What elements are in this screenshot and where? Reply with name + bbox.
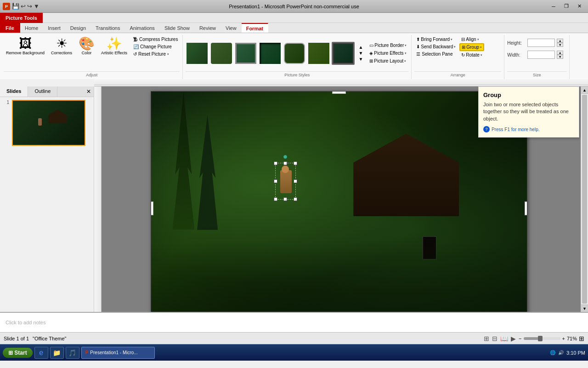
normal-view-btn[interactable]: ⊞ [484,335,489,342]
picture-styles-content: ▲ ▼ ▼ ▭ Picture Border ▾ ◈ Picture Effec… [186,36,408,70]
save-icon[interactable]: 💾 [12,3,19,10]
style-thumb-7[interactable] [332,42,355,65]
picture-effects-label: Picture Effects [374,51,403,56]
height-down[interactable]: ▼ [557,43,563,47]
slide-preview-1[interactable] [12,100,85,146]
handle-bot-right[interactable] [294,197,297,201]
canvas-handle-right[interactable] [525,201,527,215]
bring-forward-button[interactable]: ⬆ Bring Forward ▾ [414,36,458,43]
selection-box[interactable] [275,163,296,200]
tab-review[interactable]: Review [195,23,221,33]
app-icon: P [3,3,10,10]
handle-top-right[interactable] [294,161,297,165]
tab-outline[interactable]: Outline [28,86,57,97]
height-up[interactable]: ▲ [557,39,563,43]
zoom-out-btn[interactable]: − [519,336,521,341]
canvas-handle-left[interactable] [151,201,153,215]
theme-status: "Office Theme" [33,336,66,341]
color-button[interactable]: 🎨 Color [76,36,97,57]
notes-area[interactable]: Click to add notes [0,312,588,332]
handle-bot-mid[interactable] [283,197,287,201]
handle-mid-left[interactable] [274,179,277,183]
width-down[interactable]: ▼ [557,55,563,59]
handle-top-mid[interactable] [283,161,287,165]
help-icon: ? [483,126,490,132]
handle-bot-left[interactable] [274,197,277,201]
style-thumb-6[interactable] [307,42,330,65]
artistic-effects-button[interactable]: ✨ Artistic Effects [99,36,130,57]
picture-effects-button[interactable]: ◈ Picture Effects ▾ [368,50,408,57]
scroll-up-btn[interactable]: ▲ [581,86,588,94]
reading-view-btn[interactable]: 📖 [500,335,508,342]
change-picture-button[interactable]: 🔄 Change Picture [131,43,180,50]
network-icon: 🌐 [550,350,555,355]
tab-animations[interactable]: Animations [125,23,159,33]
width-up[interactable]: ▲ [557,51,563,55]
group-button[interactable]: ⊞ Group ▾ [459,43,484,51]
taskbar-folder[interactable]: 📁 [50,347,64,359]
taskbar-media[interactable]: 🎵 [66,347,79,359]
ribbon-tabs: File Home Insert Design Transitions Anim… [0,23,588,33]
tab-format[interactable]: Format [242,23,268,33]
redo-icon[interactable]: ↪ [27,3,32,10]
restore-button[interactable]: ❐ [560,2,572,11]
styles-scroll-up[interactable]: ▲ [358,45,363,50]
scroll-area[interactable]: ▲ ▼ [581,86,588,312]
scroll-thumb[interactable] [582,95,587,304]
picture-border-button[interactable]: ▭ Picture Border ▾ [368,42,408,49]
undo-icon[interactable]: ↩ [21,3,26,10]
handle-mid-right[interactable] [294,179,297,183]
tab-insert[interactable]: Insert [43,23,66,33]
rotate-button[interactable]: ↻ Rotate ▾ [459,52,484,58]
slide-sorter-btn[interactable]: ⊟ [492,335,498,342]
styles-more[interactable]: ▼ [358,57,363,62]
slideshow-btn[interactable]: ▶ [511,335,516,342]
rotate-icon: ↻ [461,52,465,58]
width-input[interactable] [527,51,555,59]
fit-slide-btn[interactable]: ⊞ [579,335,584,342]
slide-canvas[interactable] [151,91,527,312]
group-arrow: ▾ [480,46,482,49]
tab-slides[interactable]: Slides [0,86,28,97]
style-thumb-3[interactable] [234,42,257,65]
style-thumb-4[interactable] [259,42,282,65]
corrections-button[interactable]: ☀ Corrections [49,36,74,57]
tab-slide-show[interactable]: Slide Show [160,23,195,33]
vertical-ruler [94,86,102,312]
zoom-in-btn[interactable]: + [562,336,565,341]
layout-dropdown-arrow: ▾ [404,59,406,63]
zoom-slider[interactable] [524,337,560,340]
close-button[interactable]: ✕ [573,2,585,11]
height-input[interactable] [527,39,555,47]
styles-scroll-down[interactable]: ▼ [358,51,363,56]
start-button[interactable]: ⊞ Start [3,348,33,358]
style-thumb-2[interactable] [210,42,233,65]
panel-close-button[interactable]: ✕ [84,86,94,97]
picture-layout-button[interactable]: ⊞ Picture Layout ▾ [368,58,408,64]
reset-picture-button[interactable]: ↺ Reset Picture ▾ [131,51,180,58]
bring-forward-label: Bring Forward [421,37,450,42]
remove-background-button[interactable]: 🖼 Remove Background [4,36,47,57]
taskbar-powerpoint[interactable]: P Presentation1 - Micro... [81,347,155,359]
canvas-area[interactable]: Group Join two or more selected objects … [102,86,581,312]
handle-rotate[interactable] [283,155,287,159]
taskbar-ie[interactable]: e [34,347,48,359]
canvas-handle-top[interactable] [332,91,346,94]
align-button[interactable]: ⊟ Align ▾ [459,36,484,43]
scroll-down-btn[interactable]: ▼ [581,305,588,312]
tab-design[interactable]: Design [66,23,91,33]
slide-panel-tabs: Slides Outline ✕ [0,86,94,97]
tab-file[interactable]: File [0,23,20,33]
tab-home[interactable]: Home [20,23,43,33]
style-thumb-1[interactable] [186,42,209,65]
compress-pictures-button[interactable]: 🗜 Compress Pictures [131,36,180,43]
tab-view[interactable]: View [221,23,242,33]
customize-icon[interactable]: ▼ [34,3,40,10]
style-thumb-5[interactable] [283,42,306,65]
zoom-slider-thumb[interactable] [538,336,543,341]
minimize-button[interactable]: ─ [548,2,560,11]
send-backward-button[interactable]: ⬇ Send Backward ▾ [414,43,458,50]
tab-transitions[interactable]: Transitions [91,23,125,33]
selection-pane-button[interactable]: ☰ Selection Pane [414,51,458,58]
handle-top-left[interactable] [274,161,277,165]
